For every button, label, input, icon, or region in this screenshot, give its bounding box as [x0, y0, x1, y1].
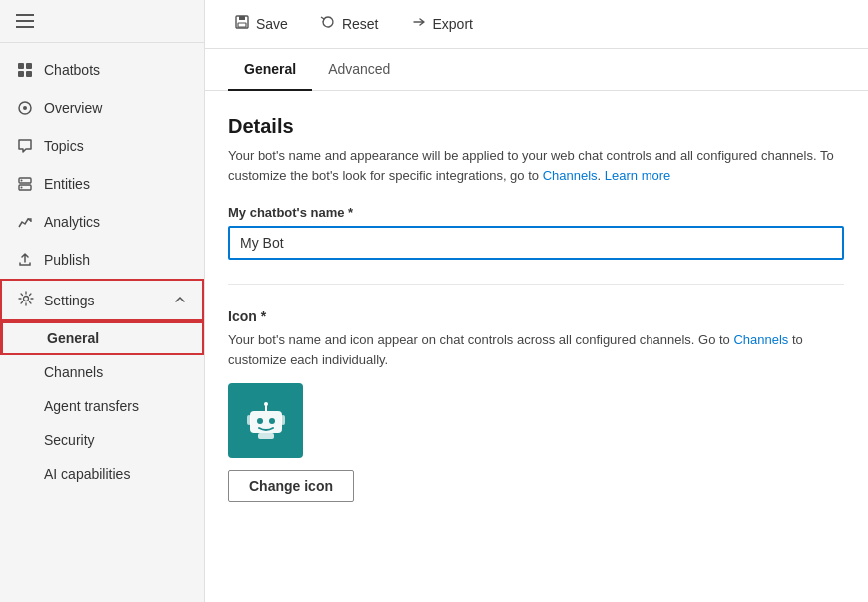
sidebar-item-publish-label: Publish: [44, 252, 90, 268]
entity-icon: [16, 175, 34, 193]
tab-advanced[interactable]: Advanced: [312, 49, 406, 91]
reset-button[interactable]: Reset: [314, 10, 385, 38]
svg-rect-3: [26, 71, 32, 77]
svg-rect-2: [18, 71, 24, 77]
sidebar-item-entities[interactable]: Entities: [0, 165, 204, 203]
settings-child-general[interactable]: General: [0, 321, 204, 355]
export-button[interactable]: Export: [405, 10, 479, 38]
svg-rect-20: [247, 415, 251, 425]
page-content: Details Your bot's name and appearance w…: [205, 91, 868, 602]
main-content: Save Reset Export General Adv: [205, 0, 868, 602]
settings-child-security[interactable]: Security: [0, 423, 204, 457]
svg-rect-13: [238, 23, 246, 27]
export-label: Export: [433, 16, 473, 32]
sidebar-item-publish[interactable]: Publish: [0, 241, 204, 279]
chat-icon: [16, 137, 34, 155]
sidebar-nav: Chatbots Overview Topics: [0, 43, 204, 499]
svg-point-8: [21, 180, 23, 182]
publish-icon: [16, 251, 34, 269]
details-desc-text2: .: [598, 168, 605, 183]
bot-icon-svg: [244, 399, 288, 443]
settings-header[interactable]: Settings: [0, 279, 204, 321]
overview-icon: [16, 99, 34, 117]
bot-icon-preview: [228, 383, 303, 458]
settings-child-agent-transfers-label: Agent transfers: [44, 398, 139, 414]
svg-rect-19: [258, 433, 274, 439]
tab-advanced-label: Advanced: [328, 61, 390, 77]
sidebar-item-overview[interactable]: Overview: [0, 89, 204, 127]
gear-icon: [18, 291, 34, 309]
tab-general-label: General: [244, 61, 296, 77]
settings-child-ai-capabilities[interactable]: AI capabilities: [0, 457, 204, 491]
reset-label: Reset: [342, 16, 379, 32]
svg-point-10: [24, 297, 29, 301]
svg-rect-1: [26, 63, 32, 69]
tabs-bar: General Advanced: [205, 49, 868, 91]
details-description: Your bot's name and appearance will be a…: [228, 146, 844, 185]
export-icon: [411, 14, 427, 34]
sidebar-item-analytics[interactable]: Analytics: [0, 203, 204, 241]
svg-rect-0: [18, 63, 24, 69]
reset-icon: [320, 14, 336, 34]
hamburger-icon[interactable]: [16, 14, 34, 28]
sidebar-item-topics[interactable]: Topics: [0, 127, 204, 165]
details-title: Details: [228, 115, 844, 138]
details-desc-text1: Your bot's name and appearance will be a…: [228, 148, 834, 183]
sidebar-item-chatbots[interactable]: Chatbots: [0, 51, 204, 89]
sidebar-item-analytics-label: Analytics: [44, 214, 100, 230]
svg-rect-21: [281, 415, 285, 425]
settings-child-security-label: Security: [44, 432, 95, 448]
sidebar-item-chatbots-label: Chatbots: [44, 62, 100, 78]
divider: [228, 284, 844, 285]
settings-child-channels-label: Channels: [44, 364, 103, 380]
chevron-up-icon: [174, 293, 186, 308]
change-icon-button[interactable]: Change icon: [228, 470, 354, 502]
settings-child-agent-transfers[interactable]: Agent transfers: [0, 389, 204, 423]
channels-link-1[interactable]: Channels: [543, 168, 598, 183]
svg-rect-12: [239, 16, 245, 20]
settings-section: Settings General Channels Agent transfer…: [0, 279, 204, 491]
grid-icon: [16, 61, 34, 79]
settings-header-left: Settings: [18, 291, 95, 309]
sidebar: Chatbots Overview Topics: [0, 0, 205, 602]
settings-children: General Channels Agent transfers Securit…: [0, 321, 204, 491]
settings-child-ai-capabilities-label: AI capabilities: [44, 466, 130, 482]
svg-point-9: [21, 187, 23, 189]
sidebar-item-entities-label: Entities: [44, 176, 90, 192]
sidebar-item-overview-label: Overview: [44, 100, 102, 116]
learn-more-link[interactable]: Learn more: [605, 168, 670, 183]
icon-section-desc: Your bot's name and icon appear on chat …: [228, 330, 844, 369]
sidebar-item-topics-label: Topics: [44, 138, 84, 154]
save-label: Save: [256, 16, 288, 32]
chatbot-name-label: My chatbot's name *: [228, 205, 844, 220]
svg-point-18: [264, 402, 268, 406]
chatbot-name-input[interactable]: [228, 226, 844, 260]
save-icon: [234, 14, 250, 34]
icon-desc-text1: Your bot's name and icon appear on chat …: [228, 332, 733, 347]
settings-child-general-label: General: [47, 330, 99, 346]
settings-child-channels[interactable]: Channels: [0, 355, 204, 389]
tab-general[interactable]: General: [228, 49, 312, 91]
svg-point-5: [23, 106, 27, 110]
change-icon-label: Change icon: [249, 478, 333, 494]
analytics-icon: [16, 213, 34, 231]
channels-link-2[interactable]: Channels: [733, 332, 788, 347]
save-button[interactable]: Save: [228, 10, 294, 38]
sidebar-header: [0, 0, 204, 43]
svg-point-16: [269, 418, 275, 424]
svg-point-15: [257, 418, 263, 424]
icon-section-title: Icon *: [228, 308, 844, 324]
toolbar: Save Reset Export: [205, 0, 868, 49]
settings-label: Settings: [44, 293, 95, 308]
